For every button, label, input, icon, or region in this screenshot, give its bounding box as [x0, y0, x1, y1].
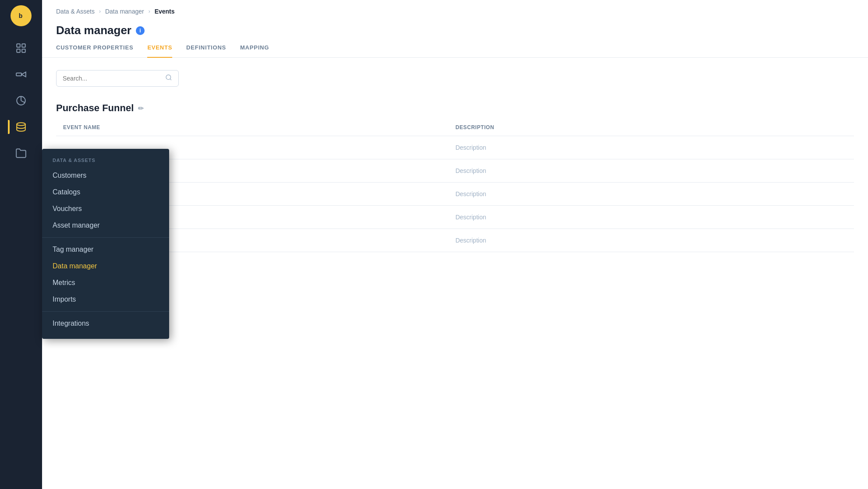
breadcrumb: Data & Assets › Data manager › Events [42, 0, 868, 20]
dropdown-item-catalogs[interactable]: Catalogs [42, 184, 169, 201]
svg-point-9 [166, 75, 171, 80]
search-input[interactable] [63, 75, 165, 82]
search-icon[interactable] [165, 74, 172, 83]
table-row: Description [56, 183, 854, 206]
col-header-description: Description [448, 119, 854, 136]
search-bar[interactable] [56, 70, 179, 87]
table-row: Description [56, 136, 854, 159]
table-row: Description [56, 206, 854, 229]
dropdown-item-metrics[interactable]: Metrics [42, 274, 169, 291]
svg-rect-2 [17, 44, 20, 47]
tab-definitions[interactable]: DEFINITIONS [186, 44, 226, 58]
dropdown-item-data-manager[interactable]: Data manager [42, 258, 169, 274]
tab-events[interactable]: EVENTS [147, 44, 172, 58]
dropdown-divider-1 [42, 237, 169, 238]
table-row: Description [56, 159, 854, 183]
svg-point-8 [17, 123, 25, 126]
folder-icon[interactable] [10, 142, 32, 165]
svg-line-10 [170, 79, 171, 80]
page-header: Data manager i [42, 20, 868, 37]
dashboard-icon[interactable] [10, 37, 32, 60]
breadcrumb-sep-1: › [99, 8, 101, 14]
table-row: Description [56, 229, 854, 252]
event-description-cell: Description [448, 136, 854, 159]
tab-mapping[interactable]: MAPPING [240, 44, 269, 58]
events-table: Event Name Description Description Descr… [56, 119, 854, 252]
app-logo[interactable]: b [11, 5, 32, 26]
tabs-bar: CUSTOMER PROPERTIES EVENTS DEFINITIONS M… [42, 37, 868, 58]
dropdown-item-asset-manager[interactable]: Asset manager [42, 217, 169, 234]
event-description-cell: Description [448, 229, 854, 252]
sidebar: b [0, 0, 42, 489]
dropdown-item-integrations[interactable]: Integrations [42, 315, 169, 332]
breadcrumb-sep-2: › [149, 8, 150, 14]
group-header: Purchase Funnel ✏ [56, 99, 854, 117]
breadcrumb-current: Events [155, 8, 175, 15]
page-title: Data manager [56, 24, 131, 37]
edit-group-icon[interactable]: ✏ [138, 104, 144, 113]
svg-text:b: b [19, 12, 23, 19]
event-description-cell: Description [448, 206, 854, 229]
dropdown-item-imports[interactable]: Imports [42, 291, 169, 308]
group-title: Purchase Funnel [56, 102, 134, 114]
dropdown-item-tag-manager[interactable]: Tag manager [42, 241, 169, 258]
dropdown-menu: DATA & ASSETS Customers Catalogs Voucher… [42, 149, 169, 339]
event-description-cell: Description [448, 183, 854, 206]
breadcrumb-data-manager[interactable]: Data manager [105, 8, 144, 15]
data-assets-icon[interactable] [10, 116, 32, 138]
dropdown-item-customers[interactable]: Customers [42, 167, 169, 184]
event-description-cell: Description [448, 159, 854, 183]
svg-rect-3 [22, 44, 25, 47]
info-icon[interactable]: i [136, 26, 145, 35]
table-header-row: Event Name Description [56, 119, 854, 136]
campaigns-icon[interactable] [10, 63, 32, 86]
breadcrumb-data-assets[interactable]: Data & Assets [56, 8, 95, 15]
svg-rect-5 [22, 49, 25, 53]
dropdown-section-label: DATA & ASSETS [42, 156, 169, 167]
tab-customer-properties[interactable]: CUSTOMER PROPERTIES [56, 44, 133, 58]
dropdown-item-vouchers[interactable]: Vouchers [42, 201, 169, 217]
col-header-event-name: Event Name [56, 119, 448, 136]
svg-rect-4 [17, 49, 20, 53]
dropdown-divider-2 [42, 311, 169, 312]
analytics-icon[interactable] [10, 89, 32, 112]
